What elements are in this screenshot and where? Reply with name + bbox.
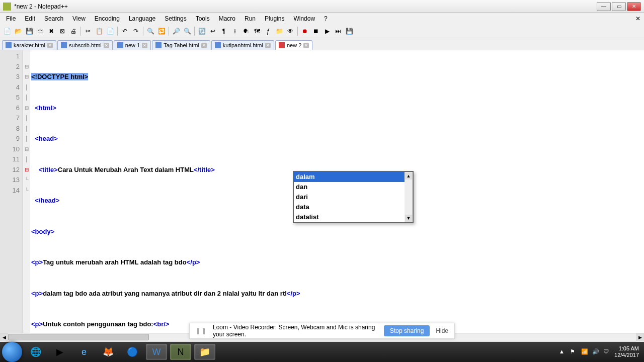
show-chars-icon[interactable]: ¶ (219, 26, 229, 36)
func-list-icon[interactable]: ƒ (263, 26, 273, 36)
fold-icon[interactable]: └ (23, 175, 30, 186)
taskbar-media-icon[interactable]: ▶ (49, 344, 70, 360)
tab-kutipan[interactable]: kutipanhtml.html✕ (211, 40, 274, 50)
tray-network-icon[interactable]: 📶 (581, 348, 588, 355)
fold-icon[interactable]: │ (23, 113, 30, 124)
close-icon[interactable]: ✕ (303, 43, 309, 48)
tray-action-icon[interactable]: ⚑ (570, 348, 577, 355)
autocomplete-item[interactable]: data (294, 202, 405, 212)
autocomplete-item[interactable]: dalam (294, 172, 405, 182)
play-macro-icon[interactable]: ▶ (322, 26, 332, 36)
tab-subscrib[interactable]: subscrib.html✕ (57, 40, 113, 50)
taskbar-word-icon[interactable]: W (146, 344, 167, 360)
fold-icon[interactable]: │ (23, 93, 30, 103)
play-multi-icon[interactable]: ⏭ (333, 26, 343, 36)
fold-icon[interactable]: ⊟ (23, 165, 30, 175)
hide-button[interactable]: Hide (436, 327, 448, 334)
fold-icon[interactable]: └ (23, 186, 30, 196)
menu-encoding[interactable]: Encoding (91, 14, 124, 23)
taskbar-chrome-icon[interactable]: 🔵 (122, 344, 143, 360)
record-macro-icon[interactable]: ⏺ (300, 26, 310, 36)
scroll-right-icon[interactable]: ▶ (636, 333, 644, 341)
minimize-button[interactable]: — (597, 2, 611, 11)
menu-plugins[interactable]: Plugins (261, 14, 288, 23)
tray-volume-icon[interactable]: 🔊 (592, 348, 599, 355)
fold-icon[interactable]: ⊟ (23, 144, 30, 155)
tray-shield-icon[interactable]: 🛡 (603, 348, 610, 355)
scrollbar-thumb[interactable] (8, 334, 149, 340)
fold-icon[interactable]: ⊟ (23, 62, 30, 72)
stop-sharing-button[interactable]: Stop sharing (384, 325, 430, 336)
menu-macro[interactable]: Macro (215, 14, 239, 23)
system-clock[interactable]: 1:05 AM 12/4/2017 (614, 345, 639, 358)
folder-workspace-icon[interactable]: 📁 (274, 26, 284, 36)
wordwrap-icon[interactable]: ↩ (208, 26, 218, 36)
close-all-icon[interactable]: ⊠ (57, 26, 67, 36)
autocomplete-item[interactable]: datalist (294, 212, 405, 222)
monitor-icon[interactable]: 👁 (285, 26, 295, 36)
zoom-out-icon[interactable]: 🔍 (182, 26, 192, 36)
menu-search[interactable]: Search (40, 14, 67, 23)
tab-close-x-icon[interactable]: ✕ (634, 15, 642, 23)
taskbar-explorer-icon[interactable]: 📁 (194, 344, 215, 360)
close-icon[interactable]: ✕ (47, 43, 53, 48)
close-icon[interactable]: ✕ (265, 43, 271, 48)
menu-edit[interactable]: Edit (21, 14, 39, 23)
save-all-icon[interactable]: 🗃 (35, 26, 45, 36)
autocomplete-popup[interactable]: ▲ dalam dan dari data datalist ▼ (293, 171, 414, 223)
fold-icon[interactable]: │ (23, 154, 30, 165)
fold-icon[interactable]: ⊟ (23, 72, 30, 82)
fold-icon[interactable]: ⊟ (23, 103, 30, 114)
maximize-button[interactable]: ▭ (612, 2, 626, 11)
indent-guide-icon[interactable]: ⫲ (230, 26, 240, 36)
tray-up-icon[interactable]: ▲ (559, 348, 566, 355)
fold-icon[interactable] (23, 51, 30, 62)
open-file-icon[interactable]: 📂 (13, 26, 23, 36)
menu-tools[interactable]: Tools (192, 14, 214, 23)
scroll-down-icon[interactable]: ▼ (405, 215, 412, 222)
fold-icon[interactable]: │ (23, 124, 30, 134)
zoom-in-icon[interactable]: 🔎 (171, 26, 181, 36)
menu-run[interactable]: Run (240, 14, 260, 23)
taskbar-firefox-icon[interactable]: 🦊 (98, 344, 119, 360)
close-icon[interactable]: ✕ (201, 43, 207, 48)
tab-karakter[interactable]: karakter.html✕ (2, 40, 56, 50)
taskbar-notepadpp-icon[interactable]: N (170, 344, 191, 360)
fold-icon[interactable]: │ (23, 82, 30, 93)
save-macro-icon[interactable]: 💾 (344, 26, 354, 36)
menu-view[interactable]: View (68, 14, 90, 23)
close-icon[interactable]: ✕ (104, 43, 109, 48)
menu-language[interactable]: Language (125, 14, 159, 23)
tab-new1[interactable]: new 1✕ (114, 40, 151, 50)
cut-icon[interactable]: ✂ (83, 26, 93, 36)
tab-new2[interactable]: new 2✕ (275, 40, 312, 50)
print-icon[interactable]: 🖨 (68, 26, 78, 36)
copy-icon[interactable]: 📋 (94, 26, 104, 36)
pause-icon[interactable]: ❚❚ (196, 327, 207, 334)
start-button[interactable] (2, 342, 22, 362)
autocomplete-item[interactable]: dari (294, 192, 405, 202)
sync-scroll-icon[interactable]: 🔃 (197, 26, 207, 36)
menu-file[interactable]: File (2, 14, 20, 23)
autocomplete-item[interactable]: dan (294, 182, 405, 192)
tab-tagtabel[interactable]: Tag Tabel.html✕ (152, 40, 210, 50)
user-lang-icon[interactable]: 🗣 (241, 26, 251, 36)
undo-icon[interactable]: ↶ (120, 26, 130, 36)
close-button[interactable]: ✕ (627, 2, 641, 11)
scroll-left-icon[interactable]: ◀ (0, 333, 8, 341)
redo-icon[interactable]: ↷ (131, 26, 141, 36)
menu-window[interactable]: Window (289, 14, 319, 23)
new-file-icon[interactable]: 📄 (2, 26, 12, 36)
scroll-up-icon[interactable]: ▲ (405, 172, 412, 179)
close-icon[interactable]: ✕ (142, 43, 147, 48)
save-icon[interactable]: 💾 (24, 26, 34, 36)
doc-map-icon[interactable]: 🗺 (252, 26, 262, 36)
taskbar-ie-icon[interactable]: e (73, 344, 95, 360)
find-icon[interactable]: 🔍 (145, 26, 155, 36)
taskbar-app-icon[interactable]: 🌐 (25, 344, 46, 360)
replace-icon[interactable]: 🔁 (156, 26, 167, 36)
stop-macro-icon[interactable]: ⏹ (311, 26, 321, 36)
paste-icon[interactable]: 📄 (105, 26, 115, 36)
menu-help[interactable]: ? (320, 14, 332, 23)
fold-icon[interactable]: │ (23, 134, 30, 144)
